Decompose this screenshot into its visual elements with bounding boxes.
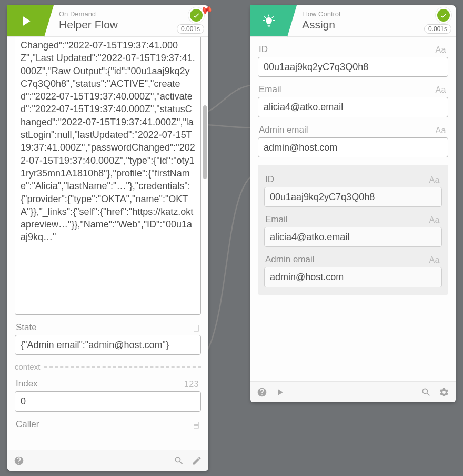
helper-flow-card: 📌 On Demand Helper Flow 0.001s Changed":… (7, 5, 208, 471)
state-label: State (16, 322, 37, 333)
card-footer (250, 381, 456, 402)
card-header: On Demand Helper Flow 0.001s (7, 5, 208, 37)
text-type-icon: Aa (435, 126, 446, 135)
output-section: ID Aa 00u1aaj9kq2yC7q3Q0h8 Email Aa alic… (258, 165, 448, 295)
play-icon[interactable] (7, 5, 44, 36)
card-header: Flow Control Assign 0.001s (250, 5, 456, 37)
email-label: Email (259, 84, 281, 95)
help-icon[interactable] (257, 387, 267, 398)
context-label: context (15, 362, 40, 371)
text-type-icon: Aa (435, 45, 446, 55)
index-label: Index (16, 379, 38, 389)
help-icon[interactable] (14, 455, 24, 466)
card-body: ID Aa 00u1aaj9kq2yC7q3Q0h8 Email Aa alic… (250, 37, 456, 381)
search-icon[interactable] (174, 455, 184, 466)
id-output-label: ID (265, 174, 274, 185)
number-type-icon: 123 (184, 380, 199, 389)
svg-line-1 (265, 16, 266, 17)
email-output-label: Email (265, 214, 288, 225)
id-label: ID (259, 44, 268, 55)
svg-line-2 (272, 16, 273, 17)
text-type-icon: Aa (429, 255, 440, 265)
admin-email-output-label: Admin email (265, 254, 315, 265)
index-input[interactable]: 0 (15, 391, 201, 411)
email-input[interactable]: alicia4@atko.email (258, 97, 448, 117)
admin-email-output[interactable]: admin@host.com (264, 267, 442, 287)
success-check-icon (436, 7, 451, 23)
id-output[interactable]: 00u1aaj9kq2yC7q3Q0h8 (264, 187, 442, 207)
id-input[interactable]: 00u1aaj9kq2yC7q3Q0h8 (258, 57, 448, 77)
run-icon[interactable] (275, 387, 285, 398)
execution-time-badge: 0.001s (177, 24, 204, 34)
text-type-icon: Aa (435, 85, 446, 95)
gear-icon[interactable] (439, 387, 449, 398)
state-input[interactable]: {"Admin email":"admin@host.com"} (15, 335, 201, 355)
edit-icon[interactable] (192, 455, 202, 466)
context-divider: context (15, 362, 201, 371)
admin-email-input[interactable]: admin@host.com (258, 137, 448, 157)
text-type-icon: Aa (429, 215, 440, 225)
card-footer (7, 450, 208, 471)
scrollbar-thumb[interactable] (203, 105, 207, 179)
text-type-icon: Aa (429, 175, 440, 185)
admin-email-label: Admin email (259, 125, 308, 135)
email-output[interactable]: alicia4@atko.email (264, 227, 442, 247)
card-body: Changed":"2022-07-15T19:37:41.000Z","Las… (7, 37, 208, 450)
caller-label: Caller (16, 419, 39, 430)
success-check-icon (188, 7, 204, 23)
lightbulb-icon[interactable] (250, 5, 287, 36)
payload-textarea[interactable]: Changed":"2022-07-15T19:37:41.000Z","Las… (15, 37, 201, 315)
assign-card: Flow Control Assign 0.001s ID Aa 00u1aaj… (250, 5, 456, 402)
search-icon[interactable] (421, 387, 431, 398)
object-type-icon: ⌸ (194, 323, 199, 333)
execution-time-badge: 0.001s (424, 24, 451, 34)
object-type-icon: ⌸ (194, 420, 199, 430)
